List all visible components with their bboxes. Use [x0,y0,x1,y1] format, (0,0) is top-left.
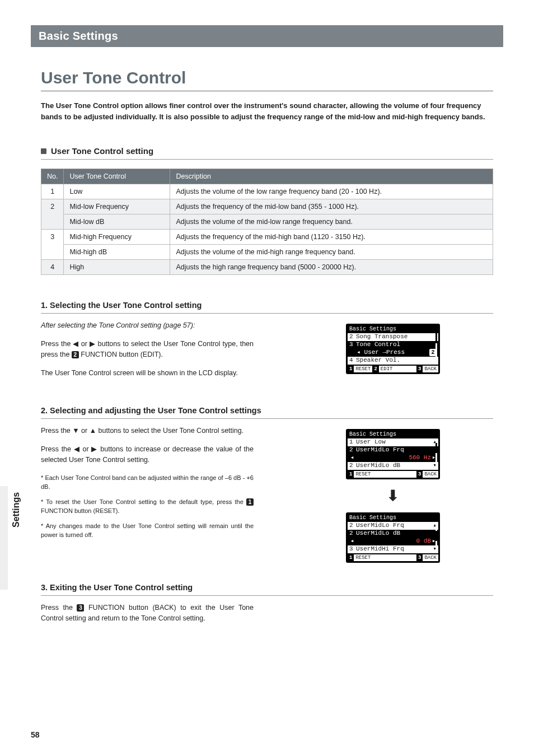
lcd-header: Basic Settings [348,514,438,522]
square-bullet-icon [41,148,46,154]
softkey-label: BACK [423,471,438,478]
lcd-row-selected: 2UserMidLo dB [348,530,438,538]
th-desc: Description [170,169,493,184]
down-arrow-icon: ⬇ [387,487,399,505]
lcd-text: User Low [356,438,433,446]
softkey-num: 3 [416,471,423,478]
softkey-label: RESET [354,366,372,372]
step2-text-column: Press the ▼ or ▲ buttons to select the U… [41,426,254,545]
softkey-num: 2 [372,366,378,372]
lcd-screen-2: Basic Settings 1User Low▴ 2UserMidLo Frq… [346,429,440,479]
step2-p2: Press the ◀ or ▶ buttons to increase or … [41,444,254,465]
step1-heading: 1. Selecting the User Tone Control setti… [41,301,493,314]
page-title: User Tone Control [41,68,493,91]
step1-p1: Press the ◀ or ▶ buttons to select the U… [41,339,254,360]
lcd-num: 1 [349,438,356,446]
lcd-row: 3UserMidHi Frq▾ [348,545,438,553]
intro-paragraph: The User Tone Control option allows fine… [41,100,493,123]
cell-desc: Adjusts the frequency of the mid-low ban… [170,199,493,214]
lcd-text: UserMidLo Frq [356,522,433,529]
lcd-text: Tone Control [356,341,437,348]
cell-utc: Mid-high Frequency [64,230,170,245]
step3-text-column: Press the 3 FUNCTION button (BACK) to ex… [41,603,254,632]
section-banner: Basic Settings [31,25,503,47]
lcd-text: ◂ User →Press [349,349,429,356]
lcd-softkeys: 1RESET 2EDIT 3BACK [348,365,438,372]
lcd-value: 0 dB [416,538,431,545]
cell-no: 3 [41,230,64,260]
table-row: 2 Mid-low Frequency Adjusts the frequenc… [41,199,493,214]
lcd-num: 2 [349,333,356,340]
cell-utc: Low [64,184,170,199]
step3-p1: Press the 3 FUNCTION button (BACK) to ex… [41,603,254,624]
lcd-scrollbar [435,333,437,365]
softkey-num: 3 [416,554,423,561]
function-number-icon: 2 [72,351,79,358]
lcd-row-selected-sub: ◂560 Hz▸ [348,454,438,462]
page-number: 58 [31,730,40,739]
step2-note3: * Any changes made to the User Tone Cont… [41,521,254,540]
table-row: Mid-high dB Adjusts the volume of the mi… [41,245,493,260]
cell-desc: Adjusts the frequency of the mid-high ba… [170,230,493,245]
text: * To reset the User Tone Control setting… [41,498,246,505]
lcd-screen-1: Basic Settings 2Song Transpose 3Tone Con… [346,324,440,374]
lcd-row: 4Speaker Vol. [348,357,438,365]
lcd-text: UserMidLo Frq [356,446,437,454]
table-row: Mid-low dB Adjusts the volume of the mid… [41,214,493,230]
lcd-header: Basic Settings [348,325,438,333]
lcd-num: 2 [349,446,356,454]
lcd-row: 2UserMidLo Frq▴ [348,522,438,530]
step1-text-column: After selecting the Tone Control setting… [41,320,254,386]
cell-no: 1 [41,184,64,199]
left-arrow-icon: ◂ [349,454,355,461]
lcd-num: 2 [349,530,356,537]
side-tab [0,486,8,590]
cell-desc: Adjusts the volume of the mid-low range … [170,214,493,230]
lcd-num: 2 [349,522,356,529]
cell-no: 4 [41,260,64,275]
softkey-label: RESET [354,471,372,478]
cell-no: 2 [41,199,64,230]
lcd-scrollbar [435,438,437,470]
lcd-text: Song Transpose [356,333,437,340]
th-no: No. [41,169,64,184]
lcd-text: UserMidLo dB [356,462,433,469]
softkey-label: RESET [354,554,372,561]
lcd-scrollbar [435,522,437,553]
subheading-user-tone-control-setting: User Tone Control setting [41,146,493,160]
step2-note1: * Each User Tone Control band can be adj… [41,473,254,492]
softkey-label: BACK [423,554,438,561]
cell-desc: Adjusts the volume of the low range freq… [170,184,493,199]
lcd-value: 560 Hz [409,454,431,461]
lcd-softkeys: 1RESET 3BACK [348,553,438,561]
cell-desc: Adjusts the high range frequency band (5… [170,260,493,275]
cell-utc: Mid-low dB [64,214,170,230]
softkey-num: 1 [348,471,354,478]
softkey-num: 1 [348,366,354,372]
text: FUNCTION button (EDIT). [79,351,163,358]
step1-p2: The User Tone Control screen will be sho… [41,368,254,379]
th-utc: User Tone Control [64,169,170,184]
lcd-row: 2UserMidLo dB▾ [348,462,438,470]
step2-p1: Press the ▼ or ▲ buttons to select the U… [41,426,254,436]
lcd-header: Basic Settings [348,431,438,438]
lcd-num: 2 [349,462,356,469]
softkey-label: EDIT [379,366,395,372]
table-row: 4 High Adjusts the high range frequency … [41,260,493,275]
lcd-row: 1User Low▴ [348,438,438,446]
table-row: 3 Mid-high Frequency Adjusts the frequen… [41,230,493,245]
function-number-icon: 1 [246,498,254,506]
cell-desc: Adjusts the volume of the mid-high range… [170,245,493,260]
text: FUNCTION button (RESET). [41,507,120,514]
lcd-row-selected: 2UserMidLo Frq [348,446,438,454]
lcd-num: 3 [349,341,356,348]
lcd-text: UserMidHi Frq [356,545,433,553]
lcd-softkeys: 1RESET 3BACK [348,470,438,478]
cell-utc: Mid-low Frequency [64,199,170,214]
lcd-row-selected-sub: ◂0 dB▸ [348,538,438,545]
lcd-num: 3 [349,545,356,553]
step1-italic: After selecting the Tone Control setting… [41,320,254,331]
lcd-text: Speaker Vol. [356,357,437,364]
left-arrow-icon: ◂ [349,538,355,545]
lcd-screen-3: Basic Settings 2UserMidLo Frq▴ 2UserMidL… [346,512,440,563]
